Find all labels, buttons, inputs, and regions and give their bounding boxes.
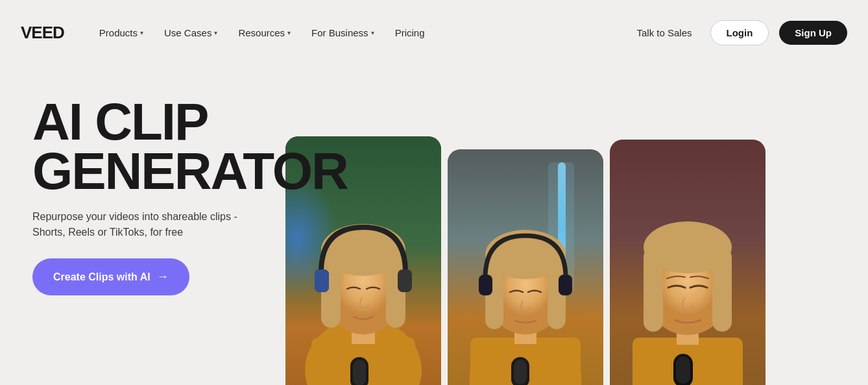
nav-use-cases[interactable]: Use Cases ▾ [155, 22, 226, 43]
nav-right: Talk to Sales Login Sign Up [629, 20, 847, 45]
svg-rect-28 [559, 275, 572, 295]
svg-rect-12 [398, 269, 412, 292]
navbar: VEED Products ▾ Use Cases ▾ Resources ▾ … [0, 0, 868, 65]
main-content: AI CLIP GENERATOR Repurpose your videos … [0, 65, 868, 385]
video-thumbnail-2 [448, 149, 603, 385]
video-card-3 [610, 140, 766, 385]
arrow-icon: → [157, 270, 169, 284]
video-cards-area [285, 130, 868, 385]
login-button[interactable]: Login [710, 20, 769, 45]
svg-rect-43 [676, 356, 690, 384]
hero-title: AI CLIP GENERATOR [32, 97, 348, 196]
nav-links: Products ▾ Use Cases ▾ Resources ▾ For B… [90, 22, 434, 43]
nav-products[interactable]: Products ▾ [90, 22, 152, 43]
svg-rect-30 [514, 360, 527, 384]
chevron-down-icon: ▾ [371, 29, 374, 36]
video-thumbnail-3 [610, 140, 766, 385]
video-card-2 [448, 149, 603, 385]
svg-rect-40 [644, 247, 663, 332]
chevron-down-icon: ▾ [214, 29, 217, 36]
cta-label: Create Clips with AI [53, 271, 151, 283]
svg-rect-15 [353, 360, 366, 385]
talk-to-sales-link[interactable]: Talk to Sales [629, 22, 699, 43]
nav-for-business-label: For Business [311, 27, 368, 38]
nav-pricing-label: Pricing [395, 27, 425, 38]
nav-left: VEED Products ▾ Use Cases ▾ Resources ▾ … [21, 22, 433, 43]
hero-section: AI CLIP GENERATOR Repurpose your videos … [32, 84, 348, 295]
chevron-down-icon: ▾ [140, 29, 143, 36]
hero-title-line2: GENERATOR [32, 142, 348, 200]
nav-resources-label: Resources [238, 27, 285, 38]
hero-subtitle: Repurpose your videos into shareable cli… [32, 209, 247, 240]
signup-button[interactable]: Sign Up [779, 21, 847, 45]
nav-for-business[interactable]: For Business ▾ [302, 22, 383, 43]
nav-pricing[interactable]: Pricing [386, 22, 434, 43]
nav-products-label: Products [99, 27, 138, 38]
nav-resources[interactable]: Resources ▾ [229, 22, 300, 43]
chevron-down-icon: ▾ [287, 29, 291, 36]
nav-use-cases-label: Use Cases [164, 27, 211, 38]
logo[interactable]: VEED [21, 23, 64, 43]
cta-create-clips-button[interactable]: Create Clips with AI → [32, 258, 189, 295]
svg-rect-27 [479, 275, 492, 295]
svg-rect-41 [712, 247, 732, 332]
